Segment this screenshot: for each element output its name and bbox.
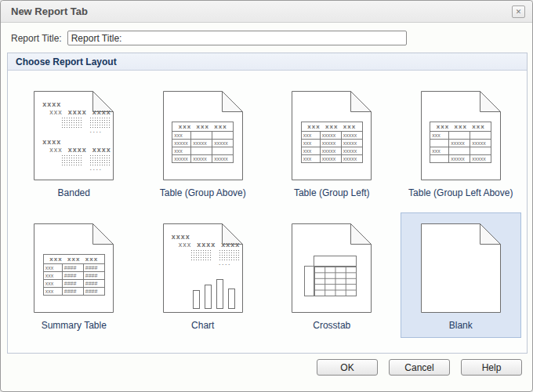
cancel-button[interactable]: Cancel: [389, 359, 450, 376]
layout-tile-banded[interactable]: xxxx xxxxxxxxxxx ···· xxxx xxxxxxxxxxx ·…: [13, 80, 135, 205]
layout-label: Summary Table: [42, 320, 107, 331]
report-title-row: Report Title:: [11, 31, 407, 45]
crosstab-icon: [292, 223, 372, 313]
mini-bar-chart: [193, 279, 235, 309]
close-icon[interactable]: ✕: [512, 5, 525, 18]
layout-tile-table-group-above[interactable]: xxx xxx xxx xxx xxxxxxxxxxxxxxx xxx xxxx…: [143, 80, 264, 205]
report-title-input[interactable]: [67, 31, 407, 45]
table-group-left-icon: xxx xxx xxx xxxxxxxxxxxxx xxxxxxxxxxxxx …: [292, 91, 372, 180]
layout-label: Table (Group Left): [294, 187, 370, 198]
layout-label: Crosstab: [313, 320, 350, 331]
title-bar: New Report Tab ✕: [1, 1, 532, 23]
footer-buttons: OK Cancel Help: [317, 359, 522, 376]
layout-tile-chart[interactable]: xxxx xxxxxxxxxxx ···· Chart: [143, 212, 264, 338]
dialog-title: New Report Tab: [11, 5, 88, 17]
layout-tile-summary-table[interactable]: xxx xxx xxx xxx######## xxx######## xxx#…: [13, 212, 135, 338]
layout-label: Banded: [58, 187, 90, 198]
layout-tiles: xxxx xxxxxxxxxxx ···· xxxx xxxxxxxxxxx ·…: [8, 71, 527, 343]
table-group-above-icon: xxx xxx xxx xxx xxxxxxxxxxxxxxx xxx xxxx…: [163, 91, 243, 180]
layout-tile-table-group-left-above[interactable]: xxx xxx xxx xxx xxxxxxxxxx xxx xxxxxxxxx…: [401, 80, 522, 205]
ok-button[interactable]: OK: [317, 359, 378, 376]
layout-label: Chart: [191, 320, 214, 331]
layout-tile-crosstab[interactable]: Crosstab: [271, 212, 393, 338]
blank-icon: [421, 223, 501, 313]
layout-label: Table (Group Left Above): [408, 187, 513, 198]
choose-report-layout-group: Choose Report Layout xxxx xxxxxxxxxxx: [7, 53, 528, 354]
layout-label: Blank: [449, 320, 473, 331]
report-title-label: Report Title:: [11, 33, 62, 44]
layout-tile-blank[interactable]: Blank: [401, 212, 522, 338]
new-report-tab-dialog: New Report Tab ✕ Report Title: Choose Re…: [0, 0, 533, 392]
summary-table-icon: xxx xxx xxx xxx######## xxx######## xxx#…: [34, 223, 114, 313]
layout-tile-table-group-left[interactable]: xxx xxx xxx xxxxxxxxxxxxx xxxxxxxxxxxxx …: [271, 80, 393, 205]
table-group-left-above-icon: xxx xxx xxx xxx xxxxxxxxxx xxx xxxxxxxxx…: [421, 91, 501, 180]
help-button[interactable]: Help: [461, 359, 522, 376]
group-header-label: Choose Report Layout: [16, 56, 117, 67]
layout-label: Table (Group Above): [160, 187, 246, 198]
chart-icon: xxxx xxxxxxxxxxx ····: [163, 223, 243, 313]
banded-icon: xxxx xxxxxxxxxxx ···· xxxx xxxxxxxxxxx ·…: [34, 91, 114, 180]
group-header: Choose Report Layout: [8, 53, 527, 71]
